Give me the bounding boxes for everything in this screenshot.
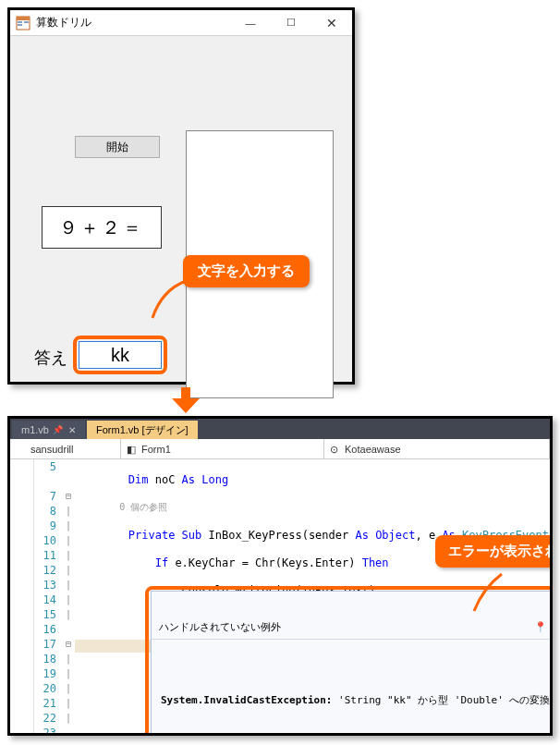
exception-message: System.InvalidCastException: 'String "kk… [161,693,550,707]
callout-error-shown: エラーが表示される [435,535,550,568]
tab-form1-design[interactable]: Form1.vb [デザイン] [87,421,198,439]
answer-label: 答え [34,347,67,369]
svg-rect-1 [17,17,30,20]
start-button[interactable]: 開始 [75,136,160,158]
exception-title: ハンドルされていない例外 [159,620,532,634]
tab-form1-vb[interactable]: m1.vb 📌 ✕ [12,421,85,439]
member-name: Kotaeawase [345,444,401,455]
titlebar: 算数ドリル — ☐ ✕ [10,10,352,36]
project-dropdown[interactable]: sansudrill [10,439,121,458]
line-numbers: 578910111213141516171819202122232425 [34,459,62,733]
equation-display: ９＋２＝ [42,206,162,249]
exception-body: System.InvalidCastException: 'String "kk… [152,664,550,733]
maximize-button[interactable]: ☐ [271,10,311,36]
svg-rect-2 [18,21,22,23]
callout-connector [152,281,186,318]
app-window: 算数ドリル — ☐ ✕ 開始 ９＋２＝ 答え kk [7,7,355,385]
svg-rect-3 [18,24,22,26]
close-button[interactable]: ✕ [311,10,352,36]
vb-icon [16,444,27,455]
pin-icon[interactable]: 📌 [53,425,63,434]
down-arrow-icon [172,387,200,413]
ide-window: m1.vb 📌 ✕ Form1.vb [デザイン] sansudrill ◧ F… [7,416,553,736]
method-icon: ⊙ [330,444,341,455]
project-name: sansudrill [30,444,73,455]
nav-dropdown-bar: sansudrill ◧ Form1 ⊙ Kotaeawase [10,439,550,459]
tab-label: Form1.vb [デザイン] [96,423,189,437]
code-area[interactable]: Dim noC As Long 0 個の参照 Private Sub InBox… [75,459,550,733]
class-icon: ◧ [127,444,138,455]
exception-popup: ハンドルされていない例外 📍 ✕ System.InvalidCastExcep… [151,591,550,733]
app-body: 開始 ９＋２＝ 答え kk [10,36,352,382]
editor-tabs: m1.vb 📌 ✕ Form1.vb [デザイン] [10,419,550,439]
close-icon[interactable]: ✕ [68,425,76,435]
editor-body: 578910111213141516171819202122232425 ⊟||… [10,459,550,733]
exception-titlebar: ハンドルされていない例外 📍 ✕ [152,616,550,640]
tab-label: m1.vb [21,424,49,435]
member-dropdown[interactable]: ⊙ Kotaeawase [324,439,550,458]
form-icon [16,16,30,31]
callout-input-text: 文字を入力する [183,255,310,287]
class-dropdown[interactable]: ◧ Form1 [121,439,324,458]
svg-rect-4 [24,21,29,23]
close-icon[interactable]: ✕ [549,621,550,633]
pin-icon[interactable]: 📍 [532,621,549,633]
window-title: 算数ドリル [36,15,230,31]
fold-column[interactable]: ⊟||||||||⊟|||||⊞ [62,459,75,733]
minimize-button[interactable]: — [230,10,271,36]
breakpoint-gutter[interactable] [10,459,34,733]
answer-highlight [73,336,167,374]
class-name: Form1 [141,444,171,455]
